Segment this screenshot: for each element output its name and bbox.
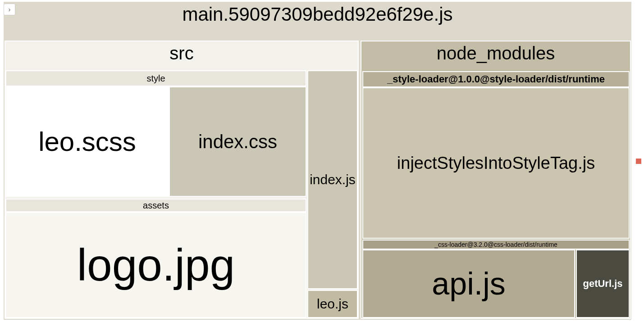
treemap-node-leo-scss[interactable]: leo.scss — [5, 86, 169, 197]
treemap-node-leo-js[interactable]: leo.js — [307, 290, 358, 318]
treemap-node-logo-jpg[interactable]: logo.jpg — [5, 212, 306, 318]
treemap-node-style-loader-header[interactable]: _style-loader@1.0.0@style-loader/dist/ru… — [362, 71, 630, 87]
api-js-label: api.js — [432, 266, 505, 302]
treemap-node-inject-styles[interactable]: injectStylesIntoStyleTag.js — [362, 87, 630, 239]
chevron-right-icon: › — [9, 6, 11, 13]
logo-jpg-label: logo.jpg — [77, 239, 235, 291]
geturl-js-label: getUrl.js — [583, 278, 622, 290]
treemap-node-index-css[interactable]: index.css — [169, 86, 306, 197]
treemap-node-style-header[interactable]: style — [5, 70, 306, 86]
leo-js-label: leo.js — [317, 296, 348, 312]
treemap-node-geturl-js[interactable]: getUrl.js — [576, 249, 630, 318]
treemap-node-css-loader-header[interactable]: _css-loader@3.2.0@css-loader/dist/runtim… — [362, 240, 630, 249]
src-label: src — [169, 43, 193, 63]
toggle-sidebar-button[interactable]: › — [4, 4, 15, 15]
inject-styles-label: injectStylesIntoStyleTag.js — [397, 154, 595, 173]
css-loader-label: _css-loader@3.2.0@css-loader/dist/runtim… — [434, 241, 557, 248]
bundle-title: main.59097309bedd92e6f29e.js — [182, 4, 452, 25]
index-js-label: index.js — [310, 172, 356, 187]
node-modules-label: node_modules — [437, 43, 555, 63]
minimap-marker — [636, 159, 641, 164]
treemap-node-index-js[interactable]: index.js — [307, 70, 358, 289]
treemap-node-assets-header[interactable]: assets — [5, 199, 306, 212]
assets-label: assets — [143, 200, 169, 211]
index-css-label: index.css — [198, 131, 277, 153]
style-loader-label: _style-loader@1.0.0@style-loader/dist/ru… — [387, 73, 605, 85]
treemap-node-api-js[interactable]: api.js — [362, 249, 575, 318]
leo-scss-label: leo.scss — [38, 126, 136, 157]
style-label: style — [146, 73, 165, 84]
